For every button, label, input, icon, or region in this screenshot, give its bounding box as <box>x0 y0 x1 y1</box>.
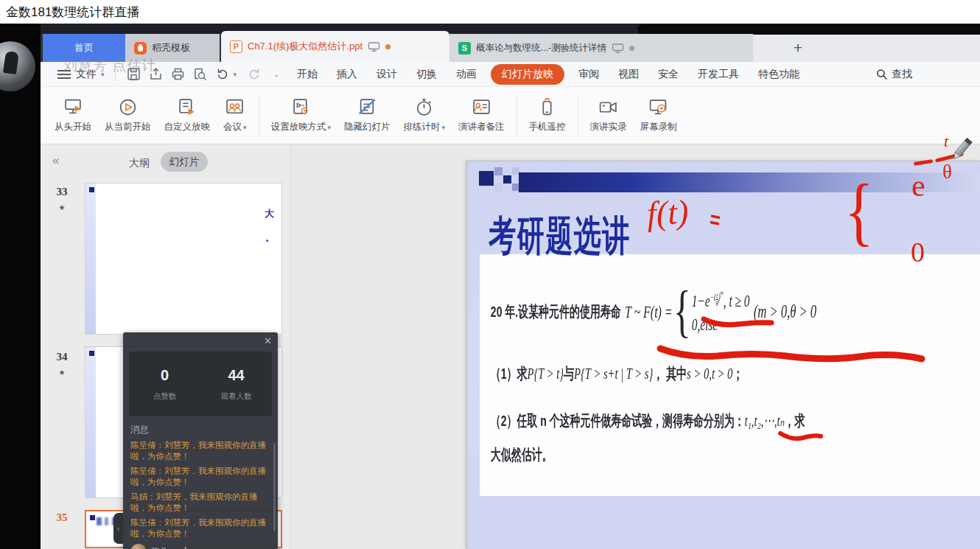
hide-slide-button[interactable]: 隐藏幻灯片 <box>337 97 397 133</box>
menu-item-design[interactable]: 设计 <box>367 68 407 81</box>
chat-collapse-handle[interactable]: ‹ <box>113 513 123 544</box>
distribution-lhs: T ~ F(t) = <box>625 302 673 322</box>
tab-quiz-stats[interactable]: S 概率论与数理统...-测验统计详情 <box>449 34 753 62</box>
undo-caret-icon[interactable]: ▾ <box>234 71 237 78</box>
slide-number-33: 33 <box>51 186 73 198</box>
menu-item-transitions[interactable]: 切换 <box>407 68 447 81</box>
file-menu-button[interactable]: 文件 ▾ <box>54 68 108 81</box>
menu-bar: 文件 ▾ <box>41 62 980 87</box>
divider <box>259 95 259 136</box>
speaker-notes-button[interactable]: 演讲者备注 <box>452 97 511 133</box>
divider <box>578 95 578 136</box>
tab-document-active[interactable]: P Ch7.1(续)极大似然估计.ppt <box>221 31 449 62</box>
lecture-record-button[interactable]: 演讲实录 <box>584 97 634 133</box>
tab-slides-active[interactable]: 幻灯片 <box>161 152 208 172</box>
file-menu-label: 文件 <box>76 68 97 81</box>
docer-flame-icon <box>134 42 147 55</box>
set-slideshow-mode-button[interactable]: 设置放映方式▾ <box>265 97 338 133</box>
more-caret-icon: ⌄ <box>273 71 279 78</box>
tab-outline[interactable]: 大纲 <box>129 157 150 170</box>
save-button[interactable] <box>123 66 145 83</box>
button-label: 从当前开始 <box>105 121 151 133</box>
export-icon <box>149 67 163 81</box>
divider <box>115 68 116 81</box>
print-preview-button[interactable] <box>189 66 211 83</box>
piecewise-cases: 1−e−(tθ)m, t ≥ 0 0,else <box>692 289 750 335</box>
undo-icon <box>215 67 229 81</box>
menu-item-home[interactable]: 开始 <box>287 68 327 81</box>
menu-item-security[interactable]: 安全 <box>648 68 688 81</box>
window-top-black-bar <box>637 24 980 35</box>
play-from-start-button[interactable]: 从头开始 <box>48 97 98 133</box>
tabstrip-light-bg <box>752 34 980 62</box>
like-message: 马娟：刘慧芳，我来围观你的直播啦，为你点赞！ <box>130 492 272 514</box>
like-message: 陈呈倩：刘慧芳，我来围观你的直播啦，为你点赞！ <box>130 466 272 488</box>
divider <box>517 95 517 136</box>
tab-home-label: 首页 <box>74 41 94 55</box>
menu-item-animation[interactable]: 动画 <box>447 68 486 81</box>
live-stats-box: 0 点赞数 44 观看人数 <box>129 352 272 416</box>
rehearse-timing-button[interactable]: 排练计时▾ <box>397 97 452 133</box>
viewers-count: 44 <box>228 367 244 384</box>
slide-editor-canvas[interactable]: 考研题选讲 20 年.设某种元件的使用寿命 T ~ F(t) = { 1−e−(… <box>466 161 980 549</box>
menu-item-review[interactable]: 审阅 <box>569 68 609 81</box>
screen-record-button[interactable]: 屏幕录制 <box>634 97 684 133</box>
tab-docer-label: 稻壳模板 <box>152 41 190 55</box>
user-message: 陈凡： 小 <box>130 543 272 549</box>
menu-item-devtools[interactable]: 开发工具 <box>688 68 749 81</box>
stream-titlebar: 金数181数理统计群直播 <box>0 0 980 24</box>
play-from-start-icon <box>63 97 83 117</box>
tab-docer-templates[interactable]: 稻壳模板 <box>125 34 220 62</box>
close-icon[interactable]: × <box>265 335 271 348</box>
slideshow-ribbon: 从头开始 从当前开始 自定义放映 <box>41 87 980 144</box>
button-label: 隐藏幻灯片 <box>344 121 391 133</box>
button-label: 屏幕录制 <box>640 121 677 133</box>
likes-count: 0 <box>161 367 169 384</box>
screen-record-icon <box>648 97 668 117</box>
print-button[interactable] <box>167 66 189 83</box>
phone-remote-button[interactable]: 手机遥控 <box>522 97 573 133</box>
thumbnail-corner-square <box>89 187 94 192</box>
meeting-button[interactable]: 会议▾ <box>217 97 253 133</box>
redo-button[interactable] <box>243 66 265 83</box>
button-label: 会议 <box>223 121 242 133</box>
cases-brace: { <box>673 279 691 344</box>
viewers-stat: 44 观看人数 <box>200 352 272 416</box>
toolbar-more-button[interactable]: ⌄ <box>265 66 287 83</box>
menu-item-insert[interactable]: 插入 <box>327 68 367 81</box>
thumbnail-corner-square <box>89 351 94 356</box>
meeting-icon <box>225 97 245 117</box>
collapse-panel-button[interactable]: « <box>52 153 59 168</box>
messages-header: 消息 <box>130 424 149 436</box>
export-button[interactable] <box>145 66 167 83</box>
menu-item-slideshow-active[interactable]: 幻灯片放映 <box>491 64 564 85</box>
play-from-current-button[interactable]: 从当前开始 <box>98 97 158 133</box>
button-label: 手机遥控 <box>529 121 566 133</box>
custom-slideshow-icon <box>177 97 197 117</box>
print-preview-icon <box>193 67 207 81</box>
dropdown-caret-icon: ▾ <box>328 124 332 131</box>
tab-quiz-stats-label: 概率论与数理统...-测验统计详情 <box>476 42 606 55</box>
button-label: 排练计时 <box>404 121 441 133</box>
presenting-monitor-icon <box>368 41 380 52</box>
streamer-avatar <box>0 41 35 91</box>
find-button[interactable]: 查找 <box>876 68 912 81</box>
slide-34-star-icon: ★ <box>54 368 70 377</box>
case-2: 0,else <box>692 315 750 335</box>
tab-home[interactable]: 首页 <box>43 34 125 62</box>
menu-item-special-features[interactable]: 特色功能 <box>749 68 809 81</box>
button-label: 演讲实录 <box>590 121 627 133</box>
dropdown-caret-icon: ▾ <box>442 124 446 131</box>
new-tab-button[interactable]: + <box>788 38 808 57</box>
play-from-current-icon <box>118 97 138 117</box>
chat-scrollbar[interactable] <box>273 443 276 531</box>
set-slideshow-mode-icon <box>291 97 311 117</box>
question-1-line: （1）求 P{T > t} 与 P{T > s+t | T > s} ， 其中 … <box>491 363 743 384</box>
tab-strip: 首页 稻壳模板 P Ch7.1(续)极大似然估计.ppt S 概率论与数理统..… <box>41 24 980 62</box>
undo-button[interactable] <box>211 66 234 83</box>
slide-thumbnail-33[interactable]: 大 。 <box>85 183 282 335</box>
stopwatch-icon <box>414 97 434 117</box>
thumbnail-text-fragment: 大 <box>265 207 274 220</box>
custom-slideshow-button[interactable]: 自定义放映 <box>158 97 217 133</box>
menu-item-view[interactable]: 视图 <box>609 68 648 81</box>
